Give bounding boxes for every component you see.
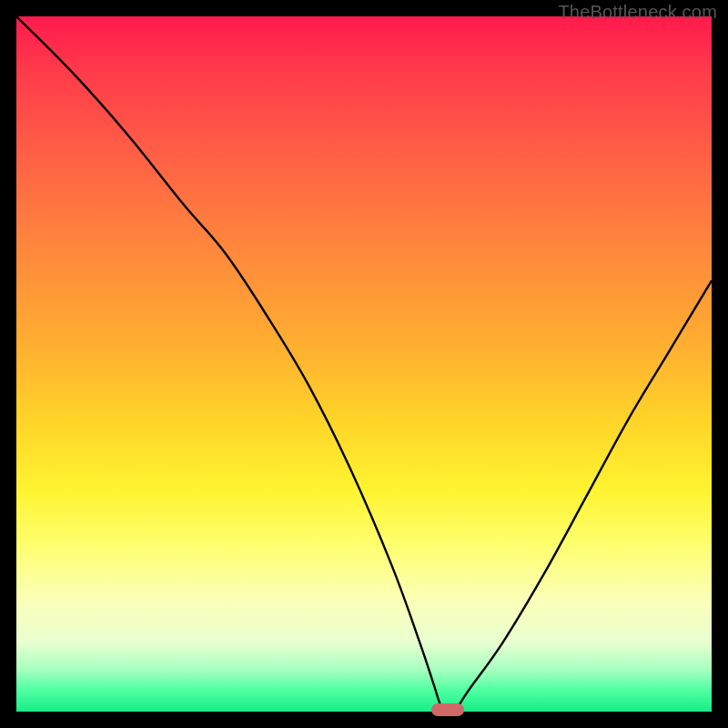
curve-path — [16, 16, 712, 712]
plot-area — [16, 16, 712, 712]
bottleneck-curve — [16, 16, 712, 712]
bottleneck-chart: TheBottleneck.com — [0, 0, 728, 728]
optimal-point-marker — [431, 703, 464, 716]
watermark-text: TheBottleneck.com — [558, 2, 717, 23]
